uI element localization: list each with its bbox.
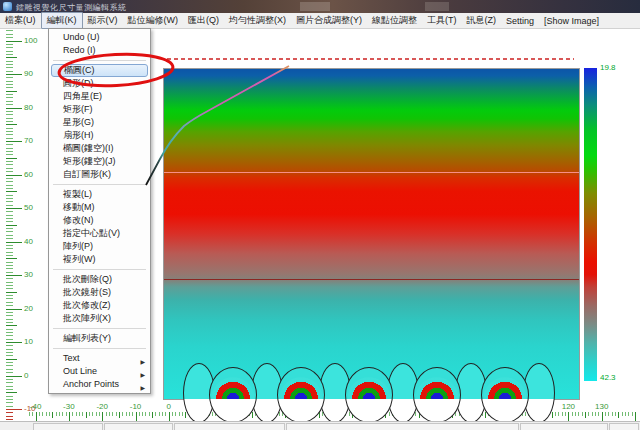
ruler-tick (6, 181, 13, 182)
ruler-tick (99, 412, 100, 416)
ruler-tick (572, 412, 573, 416)
ruler-tick (6, 30, 13, 31)
ruler-tick (6, 315, 13, 316)
edit-menu-item-27[interactable]: Text▶ (49, 352, 150, 365)
menubar-item-7[interactable]: 線點位調整 (367, 13, 422, 28)
menu-bar: 檔案(U)編輯(K)顯示(V)點位編修(W)匯出(Q)均勻性調整(X)圖片合成調… (0, 13, 640, 29)
ruler-tick (6, 221, 13, 222)
ruler-tick (6, 231, 13, 232)
ruler-tick (6, 134, 13, 135)
ruler-tick (6, 74, 22, 75)
edit-menu-item-17[interactable]: 陣列(P) (49, 240, 150, 253)
edit-menu-item-6[interactable]: 矩形(F) (49, 103, 150, 116)
ruler-tick (46, 412, 47, 416)
ruler-tick (182, 412, 183, 416)
ruler-tick (6, 87, 13, 88)
edit-menu-item-3[interactable]: 橢圓(C) (51, 64, 148, 77)
ruler-tick (6, 345, 13, 346)
ruler-tick (6, 218, 13, 219)
ruler-tick (6, 111, 13, 112)
ruler-tick (6, 376, 22, 377)
ruler-tick (6, 298, 13, 299)
menubar-item-1[interactable]: 編輯(K) (41, 12, 83, 29)
menubar-item-8[interactable]: 工具(T) (422, 13, 462, 28)
menubar-item-10[interactable]: Setting (501, 15, 539, 27)
ruler-tick (6, 238, 13, 239)
statusbar-cell-1 (104, 423, 173, 430)
ruler-tick (6, 71, 13, 72)
ruler-tick (6, 399, 13, 400)
edit-menu-item-29[interactable]: Anchor Points▶ (49, 378, 150, 391)
edit-menu-item-1[interactable]: Redo (I) (49, 44, 150, 57)
ruler-tick (602, 412, 603, 421)
ruler-tick (179, 412, 180, 416)
edit-menu-item-0[interactable]: Undo (U) (49, 31, 150, 44)
ruler-tick (6, 91, 17, 92)
image-canvas[interactable] (163, 68, 580, 400)
ruler-tick (6, 215, 13, 216)
edit-menu-item-11[interactable]: 自訂圖形(K) (49, 168, 150, 181)
ruler-tick (145, 412, 146, 416)
ruler-tick (6, 54, 13, 55)
menubar-item-6[interactable]: 圖片合成調整(Y) (291, 13, 367, 28)
edit-menu-item-5[interactable]: 四角星(E) (49, 90, 150, 103)
ruler-tick (6, 37, 13, 38)
ruler-tick (625, 412, 626, 416)
ruler-tick (149, 412, 150, 416)
edit-menu-item-9[interactable]: 橢圓(鏤空)(I) (49, 142, 150, 155)
edit-menu-item-23[interactable]: 批次陣列(X) (49, 312, 150, 325)
menubar-item-0[interactable]: 檔案(U) (0, 13, 41, 28)
ruler-tick (6, 332, 13, 333)
ruler-tick (6, 416, 13, 417)
menubar-item-4[interactable]: 匯出(Q) (183, 13, 224, 28)
ruler-tick (6, 225, 17, 226)
ruler-tick (6, 168, 13, 169)
ruler-tick (575, 412, 576, 416)
ruler-tick (6, 352, 13, 353)
edit-menu-item-16[interactable]: 指定中心點(V) (49, 227, 150, 240)
upper-guide-line (164, 172, 579, 173)
ruler-tick (112, 412, 113, 416)
edit-menu-item-10[interactable]: 矩形(鏤空)(J) (49, 155, 150, 168)
edit-menu-item-7[interactable]: 星形(G) (49, 116, 150, 129)
ruler-tick (6, 302, 13, 303)
edit-menu-item-14[interactable]: 移動(M) (49, 201, 150, 214)
edit-menu-item-21[interactable]: 批次鏡射(S) (49, 286, 150, 299)
edit-menu-item-20[interactable]: 批次刪除(Q) (49, 273, 150, 286)
menubar-item-2[interactable]: 顯示(V) (83, 13, 123, 28)
colorbar-max-label: 19.8 (600, 64, 616, 72)
ruler-tick (29, 412, 30, 416)
ruler-tick (6, 205, 13, 206)
menubar-item-9[interactable]: 訊息(Z) (462, 13, 502, 28)
menubar-item-3[interactable]: 點位編修(W) (123, 13, 184, 28)
edit-menu-item-4[interactable]: 圓形(D) (49, 77, 150, 90)
ruler-tick (6, 382, 13, 383)
bottom-ruler-label: -10 (123, 403, 149, 411)
ruler-tick (142, 412, 143, 416)
bottom-ruler-label: 0 (156, 403, 182, 411)
ruler-tick (635, 412, 636, 421)
ruler-tick (59, 412, 60, 416)
ruler-tick (86, 412, 87, 418)
ruler-tick (565, 412, 566, 416)
edit-menu-item-15[interactable]: 修改(N) (49, 214, 150, 227)
edit-menu-item-13[interactable]: 複製(L) (49, 188, 150, 201)
edit-menu-item-25[interactable]: 編輯列表(Y) (49, 332, 150, 345)
ruler-tick (155, 412, 156, 416)
ruler-tick (82, 412, 83, 416)
ruler-tick (632, 412, 633, 416)
ruler-tick (6, 151, 13, 152)
ruler-tick (162, 412, 163, 416)
edit-menu-item-28[interactable]: Out Line▶ (49, 365, 150, 378)
ruler-tick (66, 412, 67, 416)
edit-menu-item-22[interactable]: 批次修改(Z) (49, 299, 150, 312)
ruler-tick (6, 178, 13, 179)
edit-menu-item-18[interactable]: 複列(W) (49, 253, 150, 266)
ruler-tick (6, 329, 13, 330)
ruler-tick (6, 161, 13, 162)
rainbow-spot-marker (277, 367, 325, 423)
menubar-item-5[interactable]: 均勻性調整(X) (224, 13, 291, 28)
menubar-item-11[interactable]: [Show Image] (539, 15, 604, 27)
statusbar-cell-5 (609, 423, 639, 430)
edit-menu-item-8[interactable]: 扇形(H) (49, 129, 150, 142)
